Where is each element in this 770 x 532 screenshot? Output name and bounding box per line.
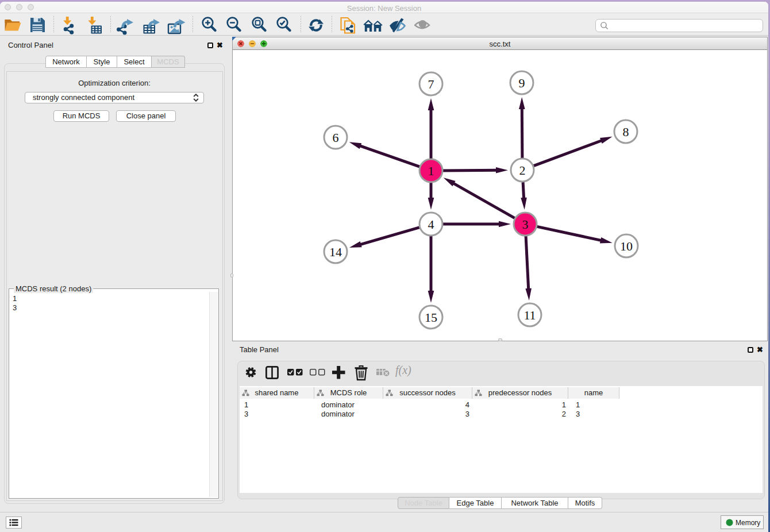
svg-text:1: 1 [428,164,434,178]
svg-text:7: 7 [428,77,434,91]
svg-text:10: 10 [620,239,633,253]
svg-text:4: 4 [428,217,434,232]
svg-text:3: 3 [522,217,529,232]
svg-text:8: 8 [623,125,629,139]
svg-text:6: 6 [333,130,339,145]
svg-text:9: 9 [519,76,525,90]
svg-text:15: 15 [425,310,437,325]
svg-text:2: 2 [519,163,526,178]
svg-text:14: 14 [329,245,342,259]
svg-text:11: 11 [523,308,536,322]
